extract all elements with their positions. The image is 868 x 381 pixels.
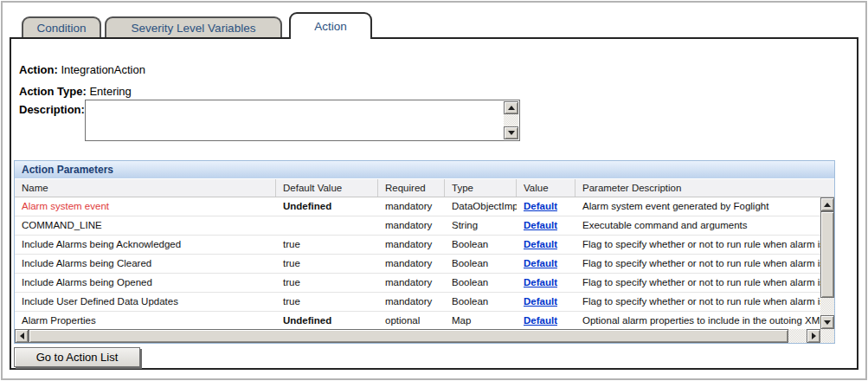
table-row: Include Alarms being Clearedtruemandator… [15, 255, 834, 274]
default-value-cell: Undefined [276, 312, 378, 330]
value-cell: Default [517, 216, 575, 235]
type-cell: Boolean [445, 293, 517, 311]
description-label: Description: [19, 103, 85, 116]
required-cell: optional [378, 312, 445, 330]
type-cell: Boolean [445, 274, 517, 292]
column-header: Value [517, 179, 575, 197]
default-value-cell: true [276, 255, 378, 273]
default-link[interactable]: Default [524, 220, 557, 230]
scroll-right-button[interactable] [807, 329, 820, 343]
column-header: Required [378, 179, 445, 197]
tab-severity-label: Severity Level Variables [132, 22, 256, 35]
go-to-action-list-button[interactable]: Go to Action List [14, 347, 140, 367]
column-header: Parameter Description [575, 179, 834, 197]
scroll-up-button[interactable] [504, 101, 518, 114]
type-cell: DataObjectImpl [445, 197, 517, 216]
arrow-up-icon [508, 106, 515, 110]
param-description-cell: Optional alarm properties to include in … [575, 312, 834, 330]
value-cell: Default [517, 236, 575, 254]
param-name-cell: Include User Defined Data Updates [15, 293, 276, 311]
table-vertical-scrollbar[interactable] [820, 197, 834, 329]
scroll-track[interactable] [504, 114, 518, 126]
table-horizontal-scrollbar[interactable] [15, 329, 820, 343]
action-label: Action: [19, 63, 58, 76]
tab-action-label: Action [314, 20, 347, 33]
column-header: Name [15, 179, 276, 197]
required-cell: mandatory [378, 236, 445, 254]
description-input[interactable] [87, 101, 504, 139]
action-parameters-section: Action Parameters NameDefault ValueRequi… [14, 160, 835, 344]
param-name-cell: COMMAND_LINE [15, 216, 276, 235]
tab-condition[interactable]: Condition [22, 16, 101, 37]
param-table-header: NameDefault ValueRequiredTypeValueParame… [15, 179, 834, 197]
action-value: IntegrationAction [61, 63, 145, 76]
tab-action[interactable]: Action [289, 12, 372, 39]
param-description-cell: Alarm system event generated by Foglight [575, 197, 834, 216]
column-header: Type [445, 179, 517, 197]
table-row: Alarm system eventUndefinedmandatoryData… [15, 197, 834, 216]
value-cell: Default [517, 293, 575, 311]
scroll-left-button[interactable] [15, 329, 29, 343]
default-value-cell: Undefined [276, 197, 378, 216]
arrow-left-icon [20, 333, 24, 339]
table-row: Include Alarms being Openedtruemandatory… [15, 274, 834, 293]
scroll-track[interactable] [788, 329, 807, 343]
table-row: Include Alarms being Acknowledgedtrueman… [15, 236, 834, 255]
scroll-track[interactable] [820, 298, 834, 315]
action-field: Action: IntegrationAction [19, 63, 145, 76]
param-description-cell: Flag to specify whether or not to run ru… [575, 236, 834, 254]
default-link[interactable]: Default [524, 296, 557, 307]
default-link[interactable]: Default [524, 277, 557, 287]
table-row: COMMAND_LINEmandatoryStringDefaultExecut… [15, 216, 834, 236]
value-cell: Default [517, 312, 575, 330]
param-description-cell: Executable command and arguments [575, 216, 834, 235]
scroll-up-button[interactable] [820, 197, 834, 211]
param-description-cell: Flag to specify whether or not to run ru… [575, 255, 834, 273]
type-cell: Boolean [445, 255, 517, 273]
vertical-scroll-thumb[interactable] [820, 211, 834, 298]
default-link[interactable]: Default [524, 315, 557, 326]
arrow-down-icon [508, 131, 515, 135]
param-name-cell: Alarm system event [15, 197, 276, 216]
param-name-cell: Include Alarms being Acknowledged [15, 236, 276, 254]
default-link[interactable]: Default [524, 258, 557, 268]
default-link[interactable]: Default [524, 239, 557, 249]
required-cell: mandatory [378, 255, 445, 273]
arrow-up-icon [824, 203, 831, 207]
description-scrollbar[interactable] [504, 101, 518, 139]
default-value-cell: true [276, 293, 378, 311]
column-header: Default Value [276, 179, 378, 197]
action-parameters-title: Action Parameters [15, 161, 834, 179]
table-row: Alarm PropertiesUndefinedoptionalMapDefa… [15, 312, 834, 331]
tab-condition-label: Condition [36, 22, 86, 35]
action-tab-panel: Action: IntegrationAction Action Type: E… [10, 37, 858, 370]
default-value-cell: true [276, 274, 378, 292]
type-cell: Map [445, 312, 517, 330]
required-cell: mandatory [378, 216, 445, 235]
param-name-cell: Include Alarms being Opened [15, 274, 276, 292]
scroll-down-button[interactable] [504, 126, 518, 139]
horizontal-scroll-thumb[interactable] [29, 329, 788, 343]
action-type-label: Action Type: [19, 85, 87, 98]
action-type-value: Entering [89, 85, 131, 98]
value-cell: Default [517, 274, 575, 292]
screen: Condition Severity Level Variables Actio… [0, 0, 868, 381]
description-label-line: Description: [19, 103, 85, 116]
arrow-down-icon [824, 320, 831, 325]
value-cell: Default [517, 197, 575, 216]
param-description-cell: Flag to specify whether or not to run ru… [575, 274, 834, 292]
action-type-field: Action Type: Entering [19, 85, 132, 98]
param-name-cell: Include Alarms being Cleared [15, 255, 276, 273]
param-table-body: Alarm system eventUndefinedmandatoryData… [15, 197, 834, 343]
scroll-down-button[interactable] [820, 315, 834, 329]
type-cell: String [445, 216, 517, 235]
scrollbar-corner [820, 329, 834, 343]
default-value-cell: true [276, 236, 378, 254]
tab-severity-level-variables[interactable]: Severity Level Variables [105, 16, 282, 37]
default-link[interactable]: Default [524, 201, 557, 211]
param-description-cell: Flag to specify whether or not to run ru… [575, 293, 834, 311]
arrow-right-icon [812, 333, 816, 339]
required-cell: mandatory [378, 197, 445, 216]
required-cell: mandatory [378, 274, 445, 292]
description-box [85, 100, 520, 141]
